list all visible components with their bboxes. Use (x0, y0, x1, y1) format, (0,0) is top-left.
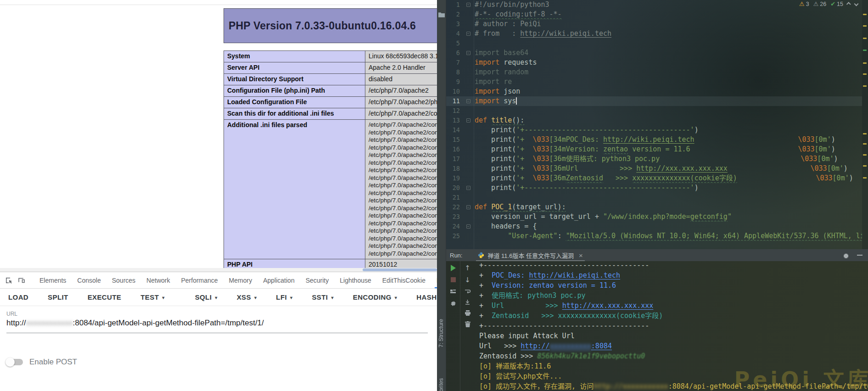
minimize-icon[interactable] (857, 255, 862, 256)
ini-file-path: /etc/php/7.0/apache2/con (369, 212, 437, 220)
code-token: '+ (516, 155, 532, 163)
inspect-icon[interactable] (5, 276, 13, 285)
test-button[interactable]: TEST▾ (140, 293, 164, 301)
code-text: #-*- coding:utf-8 -*- (475, 10, 862, 19)
tab-security[interactable]: Security (306, 272, 329, 288)
load-button[interactable]: LOAD (8, 293, 28, 301)
line-number: 1 (446, 0, 465, 10)
run-header-actions (843, 249, 862, 261)
lfi-button[interactable]: LFI▾ (276, 293, 292, 301)
code-token: def (475, 203, 491, 211)
soft-wrap-icon[interactable] (465, 289, 471, 294)
error-stripe[interactable] (862, 0, 868, 249)
next-issue-chevron-icon[interactable] (854, 2, 859, 6)
tool-button-favorites[interactable]: avorites (438, 378, 444, 391)
fold-marker-icon[interactable] (466, 186, 470, 190)
code-line: 21 (446, 193, 862, 202)
fold-marker-icon[interactable] (466, 205, 470, 209)
fold-marker-icon[interactable] (466, 224, 470, 229)
console-line: Please input Attack Url (479, 331, 868, 341)
gear-icon[interactable] (843, 252, 849, 258)
run-tab[interactable]: 禅道 11.6版本 任意文件写入漏洞 × (474, 249, 586, 261)
tab-sources[interactable]: Sources (112, 272, 135, 288)
code-token: ) (694, 126, 699, 134)
fold-marker-icon[interactable] (466, 32, 470, 36)
run-header: Run: 禅道 11.6版本 任意文件写入漏洞 × (446, 249, 868, 261)
execute-button[interactable]: EXECUTE (88, 293, 122, 301)
code-area: 1#!/usr/bin/python32#-*- coding:utf-8 -*… (446, 0, 862, 249)
code-token: "User-Agent" (508, 232, 557, 240)
code-token: '+ (516, 145, 532, 153)
code-token: #!/usr/bin/python3 (475, 0, 549, 9)
tab-application[interactable]: Application (263, 272, 295, 288)
code-token (690, 145, 798, 153)
weak-warnings-indicator[interactable]: ⚠26 (813, 0, 827, 7)
split-button[interactable]: SPLIT (48, 293, 68, 301)
console-link[interactable]: http:// (521, 342, 549, 350)
url-input-underline (6, 333, 428, 333)
line-number: 24 (446, 222, 465, 231)
console-link[interactable]: :8084 (591, 342, 612, 350)
tab-console[interactable]: Console (77, 272, 101, 288)
tab-lighthouse[interactable]: Lighthouse (340, 272, 371, 288)
project-folder-icon[interactable] (438, 12, 445, 17)
fold-marker-icon[interactable] (466, 99, 470, 103)
pin-icon[interactable] (450, 301, 456, 307)
inspections-widget[interactable]: ⚠3 ⚠26 ✔15 (799, 0, 858, 7)
tab-editthiscookie[interactable]: EditThisCookie (382, 272, 426, 288)
scroll-to-end-icon[interactable] (465, 299, 470, 305)
enable-post-toggle[interactable] (6, 359, 23, 365)
console-link[interactable]: http://wiki.peiqi.tech (529, 271, 620, 279)
code-line: 9import re (446, 77, 862, 87)
ssti-button[interactable]: SSTI▾ (312, 293, 333, 301)
code-text: print('+ \033[34mVersion: zentao version… (475, 145, 862, 154)
gutter-fold-column (465, 48, 475, 58)
tab-elements[interactable]: Elements (39, 272, 66, 288)
run-console[interactable]: +---------------------------------------… (479, 260, 868, 391)
console-link[interactable]: xxxxxxxxxx (550, 342, 591, 350)
code-line: 13def title(): (446, 116, 862, 125)
tab-performance[interactable]: Performance (181, 272, 218, 288)
warnings-indicator[interactable]: ⚠3 (799, 0, 809, 7)
hashing-button[interactable]: HASHING▾ (416, 293, 437, 301)
toggle-knob[interactable] (6, 357, 15, 367)
console-token: [o] 成功写入文件，存在漏洞, 访问 (479, 382, 594, 391)
fold-marker-icon[interactable] (466, 118, 470, 123)
console-link[interactable]: http://xxx.xxx.xxx.xxx (562, 302, 654, 310)
restore-layout-icon[interactable] (450, 288, 456, 295)
tool-button-structure[interactable]: 7: Structure (438, 319, 444, 347)
code-editor[interactable]: 1#!/usr/bin/python32#-*- coding:utf-8 -*… (446, 0, 868, 249)
code-token: getconfig (690, 212, 728, 221)
code-token: [0m (817, 155, 829, 163)
encoding-button[interactable]: ENCODING▾ (353, 293, 397, 301)
code-token: '+ (516, 174, 532, 182)
scrollbar-thumb[interactable] (363, 268, 437, 271)
device-toolbar-icon[interactable] (17, 276, 26, 285)
stop-icon[interactable] (451, 277, 456, 282)
rerun-icon[interactable] (451, 265, 456, 271)
xss-button[interactable]: XSS▾ (237, 293, 257, 301)
prev-issue-chevron-icon[interactable] (846, 2, 851, 6)
ini-file-path: /etc/php/7.0/apache2/con (369, 159, 437, 167)
fold-marker-icon[interactable] (466, 51, 470, 55)
up-stack-trace-icon[interactable]: ↑ (465, 265, 470, 272)
gutter-fold-column (465, 87, 475, 96)
url-input[interactable]: http://xxxxxxxxxxxx:8084/api-getModel-ap… (6, 318, 264, 328)
tab-network[interactable]: Network (146, 272, 170, 288)
ok-indicator[interactable]: ✔15 (830, 0, 843, 7)
code-token: [34m (549, 135, 566, 144)
sqli-button[interactable]: SQLI▾ (195, 293, 218, 301)
close-tab-icon[interactable]: × (579, 251, 583, 259)
clear-all-icon[interactable] (465, 321, 470, 327)
tab-memory[interactable]: Memory (229, 272, 252, 288)
fold-marker-icon[interactable] (466, 3, 470, 7)
down-stack-trace-icon[interactable]: ↓ (465, 277, 470, 284)
hackbar-toolbar: LOADSPLITEXECUTETEST▾SQLI▾XSS▾LFI▾SSTI▾E… (0, 289, 437, 306)
code-text: print('+ \033[36m使用格式: python3 poc.py \0… (475, 154, 862, 164)
ini-file-path: /etc/php/7.0/apache2/con (369, 220, 437, 228)
phpinfo-row: Scan this dir for additional .ini files/… (224, 108, 437, 120)
phpinfo-header: PHP Version 7.0.33-0ubuntu0.16.04.6 (224, 8, 437, 43)
page-horizontal-scrollbar[interactable] (0, 268, 437, 272)
code-token: '+--------------------------------------… (516, 126, 694, 134)
print-icon[interactable] (465, 310, 471, 316)
